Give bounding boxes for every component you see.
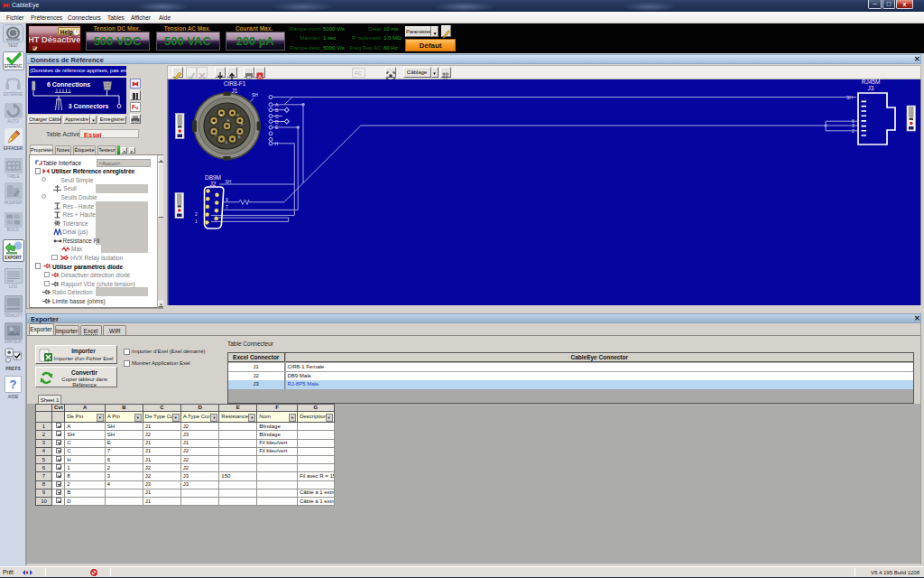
- svg-text:RJ45M: RJ45M: [862, 79, 881, 85]
- svg-text:D: D: [275, 119, 279, 125]
- svg-text:J3: J3: [868, 85, 874, 91]
- svg-text:SH: SH: [226, 179, 232, 184]
- svg-text:G: G: [236, 114, 239, 117]
- svg-text:2: 2: [195, 211, 198, 217]
- svg-text:2: 2: [852, 128, 855, 134]
- svg-text:3 Connectors: 3 Connectors: [69, 103, 109, 109]
- svg-text:SH: SH: [252, 92, 258, 98]
- svg-text:7: 7: [226, 204, 228, 210]
- svg-text:SH: SH: [846, 95, 853, 100]
- svg-text:C: C: [215, 134, 217, 137]
- svg-text:1: 1: [195, 219, 198, 224]
- svg-text:D: D: [226, 141, 228, 144]
- svg-text:H: H: [275, 141, 279, 146]
- svg-text:6 Connections: 6 Connections: [47, 81, 90, 88]
- svg-text:J2: J2: [210, 181, 217, 187]
- svg-text:A: A: [258, 74, 262, 79]
- svg-text:CIR8-F1: CIR8-F1: [224, 80, 246, 87]
- svg-text:9: 9: [226, 197, 228, 202]
- svg-text:J1: J1: [232, 88, 238, 94]
- svg-text:H: H: [227, 119, 230, 123]
